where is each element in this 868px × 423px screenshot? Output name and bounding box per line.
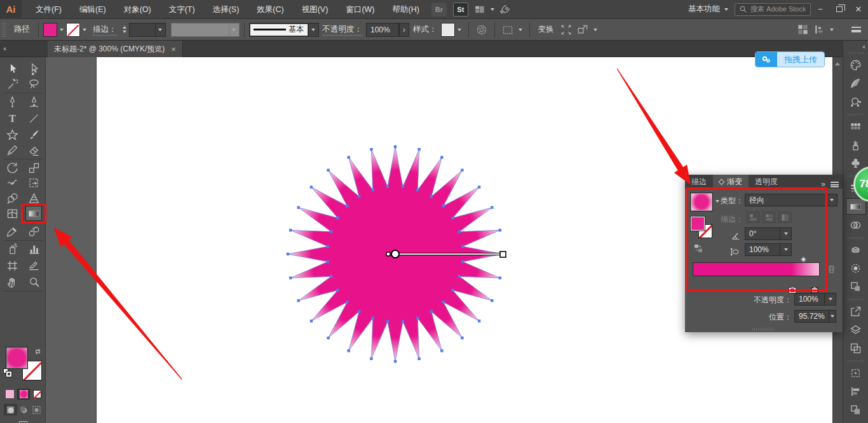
shaper-tool[interactable] [4,142,20,158]
slice-tool[interactable] [25,258,42,273]
color-guide-panel-icon[interactable] [846,75,866,91]
close-button[interactable]: ✕ [849,0,868,19]
paintbrush-tool[interactable] [25,127,42,142]
dock-grip[interactable] [848,236,864,239]
opacity-label[interactable]: 不透明度： [323,24,363,36]
stroke-within-icon[interactable] [746,211,760,223]
menu-item-8[interactable]: 帮助(H) [384,0,428,19]
document-tab[interactable]: 未标题-2* @ 300% (CMYK/预览) × [48,41,183,57]
restore-button[interactable] [830,0,849,19]
dock-grip[interactable] [848,112,864,116]
tab-close-icon[interactable]: × [171,44,176,54]
align-panel-icon[interactable] [846,383,866,399]
type-tool[interactable]: T [4,111,20,126]
draw-normal-icon[interactable] [4,404,17,415]
gpu-performance-icon[interactable] [497,2,513,17]
mesh-tool[interactable] [4,206,20,221]
dock-grip[interactable] [848,297,864,301]
gradient-button[interactable] [17,389,29,399]
eraser-tool[interactable] [25,142,42,158]
scroll-up-icon[interactable] [835,62,840,65]
fill-color-chevron-icon[interactable] [57,23,66,37]
workspace-switcher[interactable]: 基本功能 [682,4,735,15]
hand-tool[interactable] [4,274,20,290]
swap-fill-stroke-icon[interactable] [34,347,42,357]
dock-grip[interactable] [848,359,864,363]
fill-swatch[interactable] [6,347,28,369]
stock-icon[interactable]: St [453,3,468,17]
gradient-midpoint-handle[interactable] [800,257,806,263]
libraries-panel-icon[interactable] [846,241,866,258]
free-transform-tool[interactable] [25,175,42,191]
curvature-tool[interactable] [25,94,42,109]
eyedropper-tool[interactable] [4,224,20,239]
reverse-gradient-icon[interactable] [690,241,707,256]
panel-overflow-icon[interactable]: » [821,180,825,189]
menu-item-7[interactable]: 窗口(W) [337,0,383,19]
gradient-slider[interactable] [693,262,820,276]
stroke-color-chevron-icon[interactable] [80,23,89,37]
screen-mode-icon[interactable] [18,419,29,423]
layers-panel-icon[interactable] [846,321,866,338]
export-panel-icon[interactable] [846,303,866,319]
gradient-preset-chevron-icon[interactable] [715,200,719,203]
recolor-artwork-panel-icon[interactable] [846,93,866,110]
menu-item-6[interactable]: 视图(V) [293,0,337,19]
stroke-across-icon[interactable] [778,211,792,223]
default-fill-stroke-icon[interactable] [3,368,11,377]
shape-align-icon[interactable] [574,22,591,37]
align-bounds-icon[interactable] [558,22,574,37]
pathfinder-panel-icon[interactable] [846,401,866,418]
artboard-tool[interactable] [4,258,20,273]
gradient-stop-1[interactable] [811,278,818,288]
menu-item-1[interactable]: 编辑(E) [71,0,115,19]
transparency-panel-icon[interactable] [846,217,866,233]
gradient-tool[interactable] [25,206,42,221]
transform-label[interactable]: 变换 [538,24,554,35]
stop-opacity-dropdown[interactable]: 100% [794,293,836,306]
magic-wand-tool[interactable] [4,76,20,91]
dock-collapse-icon[interactable]: ‹‹ [862,43,864,50]
minimize-button[interactable]: − [811,0,830,19]
shape-builder-tool[interactable] [4,191,20,206]
distribute-chevron-icon[interactable] [827,23,836,37]
menu-item-5[interactable]: 效果(C) [248,0,292,19]
style-swatch[interactable] [441,23,455,37]
style-chevron-icon[interactable] [455,23,464,37]
selection-tool[interactable] [4,61,20,76]
menu-item-3[interactable]: 文字(T) [160,0,204,19]
symbol-sprayer-tool[interactable] [4,241,20,257]
stroke-weight-label[interactable]: 描边： [93,24,117,36]
artboards-panel-icon[interactable] [846,340,866,356]
recolor-artwork-icon[interactable] [473,22,490,37]
tab-transparency[interactable]: 透明度 [749,175,784,189]
pen-tool[interactable] [4,94,20,109]
gradient-thumbnail[interactable] [690,192,713,211]
control-bar-menu-icon[interactable] [848,22,864,37]
bridge-icon[interactable]: Br [431,3,447,17]
isolate-selection-icon[interactable] [499,22,516,37]
panel-menu-icon[interactable] [831,182,839,187]
blend-tool[interactable] [25,224,42,239]
width-profile-dropdown[interactable]: 基本 [249,23,319,37]
swatches-panel-icon[interactable] [846,118,866,135]
rotate-tool[interactable] [4,160,20,175]
brushes-panel-icon[interactable] [846,137,866,153]
menu-item-4[interactable]: 选择(S) [204,0,248,19]
none-button[interactable] [31,389,43,399]
appearance-panel-icon[interactable] [846,260,866,276]
align-objects-icon[interactable] [794,22,811,37]
draw-inside-icon[interactable] [30,404,43,415]
tab-stroke[interactable]: 描边 [685,175,713,189]
panel-resize-grip[interactable] [752,328,775,331]
perspective-grid-tool[interactable] [25,191,42,206]
shape-align-chevron-icon[interactable] [591,23,600,37]
draw-behind-icon[interactable] [17,404,31,415]
gradient-stop-0[interactable] [789,278,796,288]
opacity-expand-button[interactable]: › [399,23,409,37]
stock-search-input[interactable]: 搜索 Adobe Stock [735,3,811,16]
distribute-objects-icon[interactable] [811,22,827,37]
gradient-fill-stroke-indicator[interactable] [691,217,716,242]
gradient-panel-icon[interactable] [846,198,866,215]
toolbar-collapse-icon[interactable]: ‹‹ [3,44,5,52]
